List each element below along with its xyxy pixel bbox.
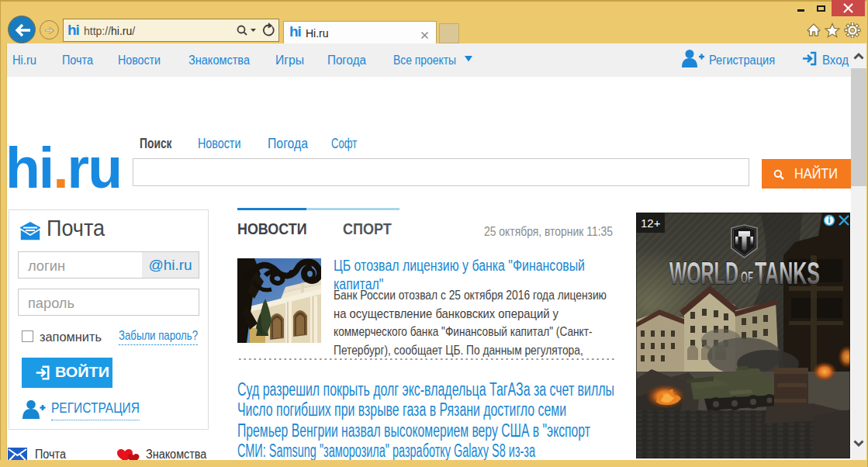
svg-text:OF: OF bbox=[741, 268, 753, 287]
svg-text:TANKS: TANKS bbox=[755, 256, 820, 290]
svg-text:12+: 12+ bbox=[641, 216, 661, 230]
svg-text:WORLD: WORLD bbox=[669, 256, 738, 290]
